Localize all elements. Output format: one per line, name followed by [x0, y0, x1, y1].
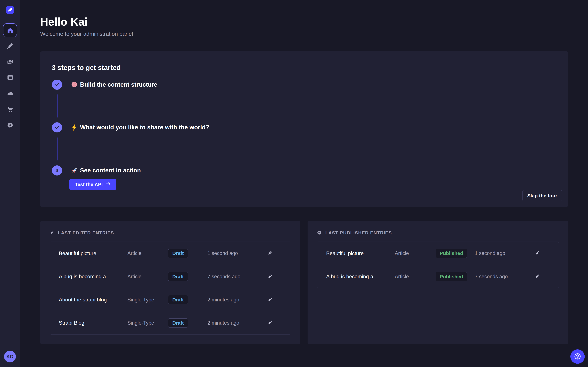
edit-pencil-icon[interactable]: [267, 296, 273, 303]
entry-type: Article: [395, 250, 436, 256]
entry-title: A bug is becoming a…: [326, 274, 395, 280]
panel-header: LAST EDITED ENTRIES: [49, 230, 114, 236]
guided-tour-card: 3 steps to get started 🧠 Build the conte…: [40, 51, 568, 207]
table-row[interactable]: Beautiful picture Article Draft 1 second…: [50, 242, 291, 265]
check-circle-icon: [317, 230, 322, 236]
status-badge: Draft: [168, 249, 188, 258]
main-nav-sidebar: KD: [0, 0, 20, 367]
pencil-icon: [49, 230, 55, 236]
entries-table: Beautiful picture Article Draft 1 second…: [50, 242, 291, 334]
sidebar-item-marketplace[interactable]: [6, 105, 14, 113]
entry-title: Beautiful picture: [59, 250, 127, 256]
step-3-label: 🚀 See content in action: [70, 165, 141, 175]
check-icon: [53, 81, 61, 88]
sidebar-item-cloud[interactable]: [6, 90, 14, 98]
status-badge: Draft: [168, 318, 188, 327]
sidebar-item-home[interactable]: [3, 23, 17, 37]
entry-time: 2 minutes ago: [208, 320, 267, 326]
avatar-initials: KD: [6, 354, 13, 359]
step-connector-line: [57, 137, 58, 160]
cart-icon: [7, 106, 14, 113]
guided-tour-title: 3 steps to get started: [52, 64, 121, 72]
entry-type: Article: [127, 274, 168, 280]
sidebar-divider: [0, 347, 20, 347]
entry-type: Single-Type: [127, 297, 168, 303]
step-connector-line: [57, 94, 58, 118]
entry-time: 7 seconds ago: [475, 274, 534, 280]
entry-title: About the strapi blog: [59, 297, 127, 303]
entry-time: 1 second ago: [475, 250, 534, 256]
page-title: Hello Kai: [40, 16, 88, 28]
table-row[interactable]: About the strapi blog Single-Type Draft …: [50, 288, 291, 311]
edit-pencil-icon[interactable]: [267, 273, 273, 280]
entry-type: Single-Type: [127, 320, 168, 326]
edit-pencil-icon[interactable]: [534, 273, 540, 280]
table-row[interactable]: Strapi Blog Single-Type Draft 2 minutes …: [50, 311, 291, 334]
table-row[interactable]: A bug is becoming a… Article Published 7…: [317, 265, 559, 288]
entries-table: Beautiful picture Article Published 1 se…: [317, 242, 559, 288]
layout-icon: [7, 74, 14, 81]
question-circle-icon: [573, 352, 582, 361]
entry-time: 7 seconds ago: [208, 274, 267, 280]
sidebar-item-media-library[interactable]: [6, 58, 14, 66]
lightning-emoji-icon: ⚡: [70, 124, 78, 131]
step-2-completed-circle: [52, 122, 62, 133]
step-2-label: ⚡ What would you like to share with the …: [70, 122, 209, 133]
step-3-number-circle: 3: [52, 165, 62, 175]
panel-title: LAST PUBLISHED ENTRIES: [325, 230, 392, 235]
user-avatar[interactable]: KD: [4, 351, 16, 362]
step-1-completed-circle: [52, 80, 62, 90]
gear-icon: [7, 122, 14, 129]
entry-title: Strapi Blog: [59, 320, 127, 326]
cloud-icon: [7, 90, 14, 97]
feather-icon: [7, 42, 14, 50]
edit-pencil-icon[interactable]: [267, 250, 273, 257]
skip-the-tour-button[interactable]: Skip the tour: [522, 190, 562, 201]
sidebar-item-settings[interactable]: [6, 121, 14, 129]
entry-type: Article: [395, 274, 436, 280]
step-1-label: 🧠 Build the content structure: [70, 80, 157, 90]
panel-header: LAST PUBLISHED ENTRIES: [317, 230, 392, 236]
home-icon: [7, 27, 14, 34]
help-button[interactable]: [570, 349, 585, 364]
sidebar-item-content-type-builder[interactable]: [6, 74, 14, 81]
page-subtitle: Welcome to your administration panel: [40, 31, 133, 37]
status-badge: Published: [436, 249, 467, 258]
entry-title: A bug is becoming a…: [59, 274, 127, 280]
entry-time: 1 second ago: [208, 250, 267, 256]
table-row[interactable]: A bug is becoming a… Article Draft 7 sec…: [50, 265, 291, 288]
panel-title: LAST EDITED ENTRIES: [58, 230, 114, 235]
edit-pencil-icon[interactable]: [534, 250, 540, 257]
status-badge: Draft: [168, 272, 188, 281]
media-pictures-icon: [7, 58, 14, 65]
rocket-emoji-icon: 🚀: [70, 167, 78, 174]
entry-time: 2 minutes ago: [208, 297, 267, 303]
entry-title: Beautiful picture: [326, 250, 395, 256]
status-badge: Draft: [168, 295, 188, 304]
status-badge: Published: [436, 272, 467, 281]
check-icon: [53, 124, 61, 131]
last-published-entries-panel: LAST PUBLISHED ENTRIES Beautiful picture…: [308, 221, 568, 344]
test-the-api-button[interactable]: Test the API: [69, 179, 116, 190]
entry-type: Article: [127, 250, 168, 256]
sidebar-item-content-manager[interactable]: [6, 42, 14, 50]
strapi-admin-homepage: KD Hello Kai Welcome to your administrat…: [0, 0, 588, 367]
brain-emoji-icon: 🧠: [70, 81, 78, 88]
arrow-right-icon: [106, 181, 111, 188]
edit-pencil-icon[interactable]: [267, 319, 273, 326]
last-edited-entries-panel: LAST EDITED ENTRIES Beautiful picture Ar…: [40, 221, 300, 344]
strapi-logo-icon[interactable]: [6, 6, 14, 14]
table-row[interactable]: Beautiful picture Article Published 1 se…: [317, 242, 559, 265]
